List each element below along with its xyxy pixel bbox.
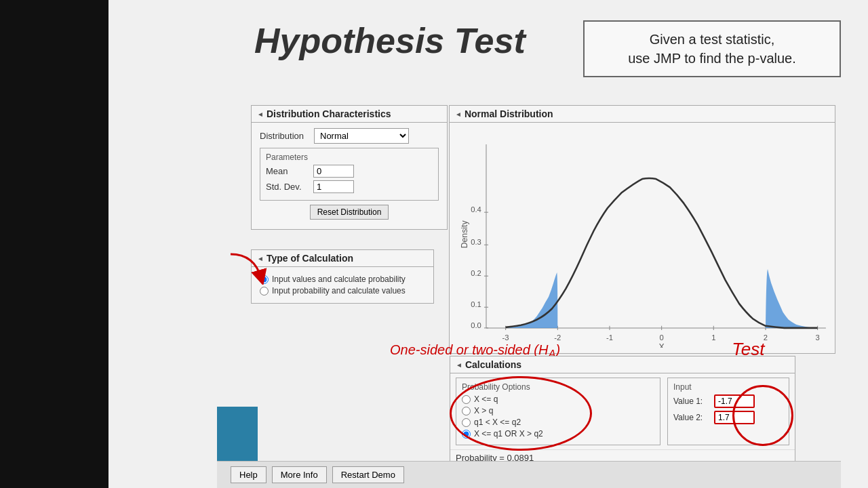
distribution-field-row: Distribution Normal t F Chi-Square xyxy=(260,128,439,144)
calc-option2-radio[interactable] xyxy=(260,287,269,296)
info-line1: Given a test statistic, xyxy=(650,32,775,47)
dist-char-header: Distribution Characteristics xyxy=(252,106,447,123)
value1-label: Value 1: xyxy=(673,396,714,406)
input-group-title: Input xyxy=(673,382,783,392)
distribution-select[interactable]: Normal t F Chi-Square xyxy=(314,128,409,144)
normal-dist-chart: Density 0.0 0.1 0.2 0.3 0.4 -3 -2 -1 0 1… xyxy=(455,128,829,348)
stddev-input[interactable] xyxy=(313,180,354,193)
svg-text:0.3: 0.3 xyxy=(471,238,481,246)
prob-option1-label: X <= q xyxy=(474,394,498,404)
svg-text:0.0: 0.0 xyxy=(471,321,481,329)
prob-option2-label: X > q xyxy=(474,406,493,415)
calc-option1-label: Input values and calculate probability xyxy=(272,274,406,284)
svg-text:0: 0 xyxy=(659,333,663,342)
type-of-calculation-panel: Type of Calculation Input values and cal… xyxy=(251,249,434,304)
prob-option3-row[interactable]: q1 < X <= q2 xyxy=(462,418,654,427)
info-line2: use JMP to find the p-value. xyxy=(628,51,796,66)
reset-distribution-button[interactable]: Reset Distribution xyxy=(310,205,389,220)
value1-input[interactable] xyxy=(714,394,755,408)
dist-char-body: Distribution Normal t F Chi-Square Param… xyxy=(252,123,447,229)
prob-option2-row[interactable]: X > q xyxy=(462,406,654,415)
stddev-label: Std. Dev. xyxy=(266,182,313,192)
mean-label: Mean xyxy=(266,166,313,176)
prob-option4-row[interactable]: X <= q1 OR X > q2 xyxy=(462,429,654,439)
prob-option3-radio[interactable] xyxy=(462,418,471,427)
restart-demo-button[interactable]: Restart Demo xyxy=(332,466,404,483)
svg-text:-2: -2 xyxy=(554,333,561,342)
calculations-header: Calculations xyxy=(450,357,795,373)
prob-option2-radio[interactable] xyxy=(462,407,471,415)
value2-row: Value 2: xyxy=(673,411,783,424)
probability-options-group: Probability Options X <= q X > q q1 < X … xyxy=(456,378,660,445)
calc-panel-body: Input values and calculate probability I… xyxy=(252,267,433,303)
svg-text:Density: Density xyxy=(460,220,469,249)
prob-options-title: Probability Options xyxy=(462,382,654,392)
page-title: Hypothesis Test xyxy=(254,20,526,61)
svg-text:0.4: 0.4 xyxy=(471,205,481,214)
calc-panel-header: Type of Calculation xyxy=(252,250,433,267)
parameters-group: Parameters Mean Std. Dev. xyxy=(260,148,439,201)
prob-option1-row[interactable]: X <= q xyxy=(462,394,654,404)
prob-option3-label: q1 < X <= q2 xyxy=(474,418,521,427)
normal-distribution-panel: Normal Distribution Density 0.0 0.1 0.2 … xyxy=(449,105,835,354)
svg-text:1: 1 xyxy=(711,333,715,342)
info-box: Given a test statistic, use JMP to find … xyxy=(583,20,841,77)
help-button[interactable]: Help xyxy=(231,466,267,483)
onesided-text: One-sided or two-sided (HA) xyxy=(390,342,560,357)
svg-text:0.1: 0.1 xyxy=(471,300,481,308)
calculations-panel: Calculations Probability Options X <= q … xyxy=(450,356,795,468)
calculations-inner: Probability Options X <= q X > q q1 < X … xyxy=(450,373,795,449)
stddev-row: Std. Dev. xyxy=(266,180,433,193)
prob-option4-radio[interactable] xyxy=(462,430,471,439)
prob-option1-radio[interactable] xyxy=(462,395,471,404)
input-group: Input Value 1: Value 2: xyxy=(667,378,789,445)
value2-label: Value 2: xyxy=(673,413,714,422)
prob-option4-label: X <= q1 OR X > q2 xyxy=(474,429,543,439)
mean-row: Mean xyxy=(266,165,433,178)
distribution-characteristics-panel: Distribution Characteristics Distributio… xyxy=(251,105,448,230)
svg-text:0.2: 0.2 xyxy=(471,269,481,277)
calc-option2-label: Input probability and calculate values xyxy=(272,286,406,296)
svg-text:-1: -1 xyxy=(606,333,613,342)
parameters-title: Parameters xyxy=(266,152,433,162)
calc-option1-row[interactable]: Input values and calculate probability xyxy=(260,274,425,284)
arrow-annotation xyxy=(227,251,268,285)
chart-area: Density 0.0 0.1 0.2 0.3 0.4 -3 -2 -1 0 1… xyxy=(450,123,835,353)
bottom-toolbar: Help More Info Restart Demo xyxy=(217,461,841,488)
svg-text:-3: -3 xyxy=(502,333,509,342)
value2-input[interactable] xyxy=(714,411,755,424)
left-bar xyxy=(0,0,108,488)
more-info-button[interactable]: More Info xyxy=(272,466,327,483)
svg-text:X: X xyxy=(659,342,665,348)
normal-dist-header: Normal Distribution xyxy=(450,106,835,123)
main-content: Hypothesis Test Given a test statistic, … xyxy=(108,0,868,488)
svg-text:3: 3 xyxy=(815,333,819,342)
value1-row: Value 1: xyxy=(673,394,783,408)
distribution-label: Distribution xyxy=(260,131,314,141)
mean-input[interactable] xyxy=(313,165,354,178)
calc-option2-row[interactable]: Input probability and calculate values xyxy=(260,286,425,296)
